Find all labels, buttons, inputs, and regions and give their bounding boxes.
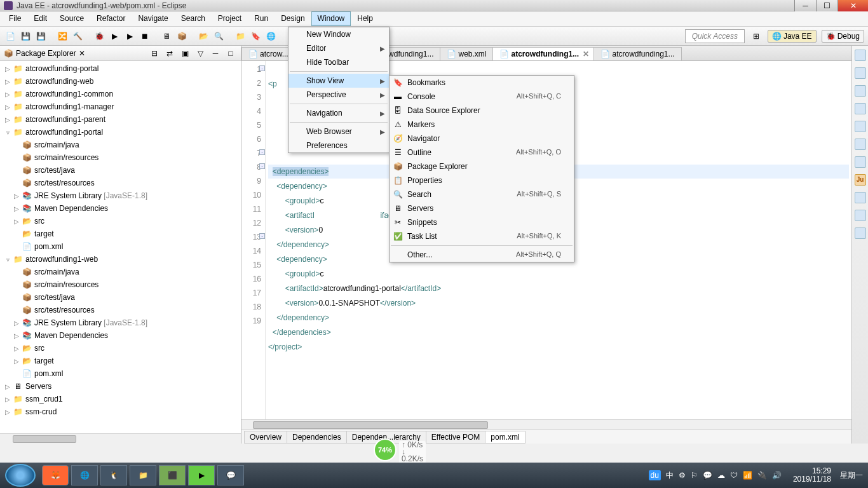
- menu-refactor[interactable]: Refactor: [90, 11, 132, 26]
- task-eclipse-icon[interactable]: ⬛: [159, 465, 186, 485]
- save-icon[interactable]: 💾: [19, 30, 32, 43]
- newpkg-icon[interactable]: 📦: [175, 30, 188, 43]
- bottom-tab[interactable]: Dependencies: [287, 431, 347, 444]
- tree-item[interactable]: 📦src/main/java: [0, 266, 241, 278]
- task-qq-icon[interactable]: 🐧: [100, 465, 127, 485]
- submenu-item[interactable]: 🔍SearchAlt+Shift+Q, S: [390, 187, 574, 201]
- newserver-icon[interactable]: 🖥: [160, 30, 173, 43]
- task-chrome-icon[interactable]: 🌐: [71, 465, 98, 485]
- tasklist-icon[interactable]: [855, 67, 866, 79]
- menu-source[interactable]: Source: [53, 11, 90, 26]
- task-xbox-icon[interactable]: ▶: [188, 465, 215, 485]
- tree-item[interactable]: 📦src/main/resources: [0, 278, 241, 291]
- tray-gear-icon[interactable]: ⚙: [679, 471, 686, 480]
- package-explorer-tree[interactable]: ▷📁atcrowdfunding-portal▷📁atcrowdfunding-…: [0, 61, 241, 433]
- submenu-item[interactable]: 🔖Bookmarks: [390, 76, 574, 90]
- tree-item[interactable]: 📄pom.xml: [0, 240, 241, 253]
- tray-baidu-icon[interactable]: du: [649, 470, 661, 480]
- maximize-button[interactable]: ☐: [816, 0, 837, 11]
- tree-item[interactable]: ▷📁atcrowdfunding1-parent: [0, 113, 241, 126]
- tree-item[interactable]: ▿📁atcrowdfunding1-web: [0, 253, 241, 266]
- submenu-item[interactable]: ▬ConsoleAlt+Shift+Q, C: [390, 90, 574, 104]
- tray-shield-icon[interactable]: 🛡: [730, 471, 738, 480]
- menu-window[interactable]: Window: [311, 11, 351, 26]
- submenu-item[interactable]: Other...Alt+Shift+Q, Q: [390, 248, 574, 262]
- submenu-item[interactable]: 📋Properties: [390, 173, 574, 187]
- window-menu-dropdown[interactable]: New WindowEditor▶Hide ToolbarShow View▶P…: [288, 27, 390, 153]
- properties-icon[interactable]: [855, 139, 866, 150]
- ju-icon[interactable]: Ju: [855, 174, 866, 186]
- submenu-item[interactable]: 🖥Servers: [390, 201, 574, 215]
- tray-net-icon[interactable]: 📶: [743, 471, 752, 480]
- perspective-debug[interactable]: 🐞 Debug: [822, 30, 864, 43]
- open-perspective-icon[interactable]: ⊞: [750, 30, 763, 43]
- submenu-item[interactable]: 🗄Data Source Explorer: [390, 104, 574, 118]
- search-icon[interactable]: 🔍: [212, 30, 225, 43]
- editor-tab[interactable]: 📄atcrow...: [241, 47, 295, 60]
- outline-icon[interactable]: [855, 50, 866, 61]
- menu-item[interactable]: Navigation▶: [288, 106, 389, 120]
- editor-tab[interactable]: 📄atcrowdfunding1...✕: [492, 47, 594, 60]
- tree-item[interactable]: ▷📁atcrowdfunding-web: [0, 75, 241, 88]
- tree-item[interactable]: ▷📚JRE System Library [JavaSE-1.8]: [0, 189, 241, 202]
- submenu-item[interactable]: ✂Snippets: [390, 215, 574, 229]
- submenu-item[interactable]: 🧭Navigator: [390, 132, 574, 146]
- misc-icon[interactable]: [855, 227, 866, 239]
- tab-close-icon[interactable]: ✕: [583, 50, 589, 58]
- tree-item[interactable]: ▷📚Maven Dependencies: [0, 202, 241, 215]
- submenu-item[interactable]: 📦Package Explorer: [390, 159, 574, 173]
- tree-item[interactable]: 📦src/test/java: [0, 164, 241, 177]
- tree-item[interactable]: ▿📁atcrowdfunding1-portal: [0, 126, 241, 139]
- submenu-item[interactable]: ⚠Markers: [390, 118, 574, 132]
- editor-tab[interactable]: 📄atcrowdfunding1...: [593, 47, 681, 60]
- globe-icon[interactable]: 🌐: [264, 30, 277, 43]
- filter-icon[interactable]: 🔖: [249, 30, 262, 43]
- menu-help[interactable]: Help: [351, 11, 379, 26]
- search-view-icon[interactable]: [855, 210, 866, 221]
- tray-clock[interactable]: 15:29 2019/11/18: [793, 467, 831, 484]
- tree-item[interactable]: ▷📁atcrowdfunding1-manager: [0, 100, 241, 113]
- tree-item[interactable]: ▷📂src: [0, 215, 241, 227]
- runext-icon[interactable]: ▶: [123, 30, 136, 43]
- tree-item[interactable]: ▷📁atcrowdfunding1-common: [0, 88, 241, 100]
- start-button[interactable]: [5, 464, 36, 487]
- tree-item[interactable]: ▷📁ssm-crud: [0, 405, 241, 418]
- stop-icon[interactable]: ⏹: [139, 30, 151, 43]
- focus-icon[interactable]: ▣: [179, 47, 191, 60]
- tree-item[interactable]: 📦src/test/java: [0, 291, 241, 304]
- show-view-submenu[interactable]: 🔖Bookmarks▬ConsoleAlt+Shift+Q, C🗄Data So…: [389, 75, 574, 262]
- tray-ime-icon[interactable]: 中: [666, 470, 674, 481]
- quick-access-input[interactable]: Quick Access: [685, 29, 745, 43]
- menu-search[interactable]: Search: [175, 11, 212, 26]
- tray-flag-icon[interactable]: ⚐: [691, 471, 698, 480]
- tree-item[interactable]: ▷📁ssm_crud1: [0, 393, 241, 405]
- tree-item[interactable]: ▷📂target: [0, 355, 241, 367]
- task-explorer-icon[interactable]: 📁: [130, 465, 156, 485]
- tree-item[interactable]: 📦src/main/resources: [0, 151, 241, 164]
- servers-icon[interactable]: [855, 103, 866, 114]
- progress-icon[interactable]: [855, 192, 866, 203]
- markers-icon[interactable]: [855, 85, 866, 97]
- tray-power-icon[interactable]: 🔌: [757, 471, 767, 480]
- tree-item[interactable]: 📄pom.xml: [0, 367, 241, 380]
- editor-hscroll[interactable]: [241, 419, 851, 430]
- folder-icon[interactable]: 📁: [234, 30, 247, 43]
- maximize-view-icon[interactable]: □: [224, 47, 237, 60]
- perspective-javaee[interactable]: 🌐 Java EE: [768, 30, 817, 43]
- menu-project[interactable]: Project: [212, 11, 248, 26]
- editor-tab[interactable]: 📄web.xml: [440, 47, 493, 60]
- menu-item[interactable]: Preferences: [288, 139, 389, 152]
- task-wechat-icon[interactable]: 💬: [217, 465, 244, 485]
- snippets-icon[interactable]: [855, 121, 866, 132]
- tray-vol-icon[interactable]: 🔊: [772, 471, 782, 480]
- menu-item[interactable]: Web Browser▶: [288, 125, 389, 139]
- tree-item[interactable]: ▷📂src: [0, 342, 241, 355]
- tree-item[interactable]: 📦src/test/resources: [0, 177, 241, 189]
- minimize-view-icon[interactable]: ─: [209, 47, 222, 60]
- menu-item[interactable]: New Window: [288, 27, 389, 41]
- bottom-tab[interactable]: pom.xml: [485, 431, 525, 444]
- tree-item[interactable]: 📂target: [0, 227, 241, 240]
- build-icon[interactable]: 🔨: [71, 30, 84, 43]
- menu-file[interactable]: File: [3, 11, 27, 26]
- view-menu-icon[interactable]: ▽: [194, 47, 207, 60]
